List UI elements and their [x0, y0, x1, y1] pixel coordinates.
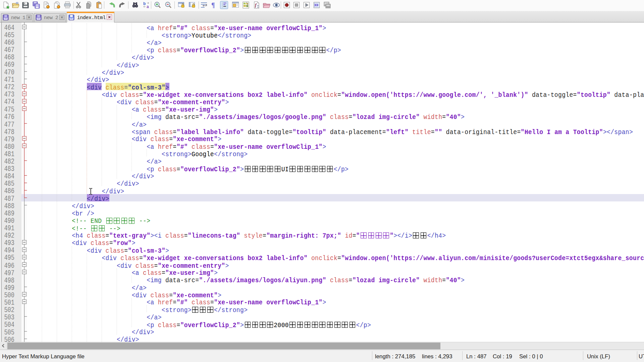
svg-text:¶: ¶	[211, 1, 215, 9]
svg-text:a: a	[147, 4, 149, 9]
svg-text:b: b	[143, 1, 146, 6]
